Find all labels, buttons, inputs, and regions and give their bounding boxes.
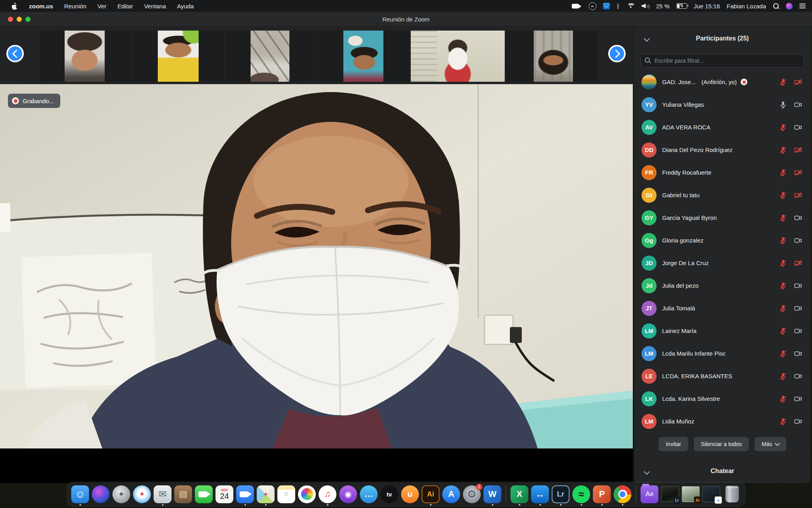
- volume-icon[interactable]: [642, 3, 649, 9]
- mic-icon: [779, 214, 787, 222]
- more-button[interactable]: Más: [755, 437, 786, 451]
- participant-row[interactable]: DD Diana Del Pezo Rodríguez: [634, 139, 810, 161]
- running-indicator: [519, 504, 520, 506]
- adobe-creative-cloud-icon[interactable]: ∞: [589, 2, 596, 10]
- participant-row[interactable]: Jd Julia del pezo: [634, 274, 810, 297]
- participant-row[interactable]: LK Lcda. Karina Silvestre: [634, 387, 810, 410]
- safari-icon[interactable]: ✦: [133, 485, 151, 503]
- excel-icon[interactable]: X: [511, 485, 529, 503]
- powerpoint-icon[interactable]: P: [593, 485, 611, 503]
- chat-section-header[interactable]: Chatear: [634, 459, 810, 483]
- apple-menu[interactable]: [6, 0, 23, 12]
- teamviewer-status-icon[interactable]: ↔: [603, 3, 610, 10]
- minimized-window-illustrator-icon[interactable]: Ai: [682, 485, 700, 503]
- bluetooth-icon[interactable]: ᛒ: [617, 3, 620, 10]
- participant-row[interactable]: YV Yuliana Villegas: [634, 93, 810, 116]
- calendar-icon[interactable]: SEP24: [216, 485, 234, 503]
- thumbnail-tile[interactable]: [506, 31, 598, 82]
- camera-icon: [794, 214, 802, 222]
- filter-input[interactable]: [641, 54, 804, 67]
- finder-icon[interactable]: ☺: [71, 485, 89, 503]
- menu-ayuda[interactable]: Ayuda: [172, 0, 199, 12]
- menu-ver[interactable]: Ver: [92, 0, 112, 12]
- avatar: FR: [642, 165, 657, 180]
- mute-all-button[interactable]: Silenciar a todos: [694, 437, 749, 451]
- thumbnail-tile[interactable]: [132, 31, 224, 82]
- app-store-icon[interactable]: A: [442, 485, 460, 503]
- participant-row[interactable]: JT Julia Tomalá: [634, 297, 810, 319]
- running-indicator: [492, 504, 493, 506]
- participant-row[interactable]: LM Lcda Marilu Infante Pisc: [634, 342, 810, 365]
- participant-row[interactable]: JD Jorge De La Cruz: [634, 252, 810, 274]
- participant-row[interactable]: GY García Yagual Byron: [634, 206, 810, 229]
- menu-editar[interactable]: Editar: [112, 0, 138, 12]
- notes-icon[interactable]: ≡: [278, 485, 295, 503]
- running-indicator: [601, 504, 603, 506]
- thumbnail-tile[interactable]: [225, 31, 317, 82]
- podcasts-icon[interactable]: ◉: [339, 485, 357, 503]
- spotlight-icon[interactable]: [773, 3, 779, 9]
- participant-row[interactable]: Gg Gloria gonzalez: [634, 229, 810, 252]
- notification-center-icon[interactable]: [799, 4, 806, 8]
- camera-icon: [794, 281, 802, 290]
- collapse-participants-icon[interactable]: [644, 36, 650, 42]
- battery-icon[interactable]: ↯: [676, 3, 687, 9]
- after-effects-folder-icon[interactable]: Ae: [641, 485, 659, 503]
- teamviewer-icon[interactable]: ↔: [531, 485, 549, 503]
- participant-row[interactable]: LE LCDA. ERIKA BASANTES: [634, 365, 810, 387]
- strip-next-button[interactable]: [608, 45, 626, 62]
- facetime-icon[interactable]: [195, 485, 213, 503]
- menubar-user-name[interactable]: Fabian Lozada: [727, 3, 766, 10]
- participant-row[interactable]: FR Freddy Rocafuerte: [634, 161, 810, 184]
- camera-icon: [794, 394, 802, 403]
- music-icon[interactable]: ♫: [319, 485, 337, 503]
- launchpad-icon[interactable]: ✦: [113, 485, 130, 503]
- siri-icon[interactable]: [786, 3, 793, 10]
- strip-prev-button[interactable]: [6, 45, 24, 62]
- photos-icon[interactable]: [298, 485, 316, 503]
- search-icon: [645, 58, 651, 64]
- lightroom-icon[interactable]: Lr: [552, 485, 570, 503]
- zoom-camera-status-icon[interactable]: [571, 3, 582, 9]
- system-preferences-icon[interactable]: ⚙1: [463, 485, 481, 503]
- menu-reunion[interactable]: Reunión: [59, 0, 92, 12]
- contacts-icon[interactable]: ▤: [174, 485, 192, 503]
- avatar: LE: [642, 369, 657, 384]
- menu-ventana[interactable]: Ventana: [138, 0, 171, 12]
- maps-icon[interactable]: ✦: [257, 485, 275, 503]
- apple-tv-icon[interactable]: tv: [381, 485, 398, 503]
- avatar: Gt: [642, 188, 657, 203]
- recording-badge-label: Grabando...: [23, 98, 54, 104]
- participant-video[interactable]: [65, 31, 105, 82]
- participant-row[interactable]: GAD. Jose... (Anfitrión, yo): [634, 71, 810, 93]
- participant-video[interactable]: [411, 31, 505, 82]
- minimized-window-chrome-icon[interactable]: ●: [703, 485, 720, 503]
- thumbnail-tile[interactable]: [40, 31, 132, 82]
- wifi-icon[interactable]: [627, 3, 635, 9]
- siri-icon[interactable]: [92, 485, 110, 503]
- menu-app-name[interactable]: zoom.us: [23, 0, 59, 12]
- thumbnail-tile[interactable]: [411, 31, 505, 82]
- participant-video[interactable]: [534, 31, 573, 82]
- thumbnail-tile[interactable]: [318, 31, 410, 82]
- invite-button[interactable]: Invitar: [659, 437, 688, 451]
- participant-row[interactable]: Gt Gabriel tu tatu: [634, 184, 810, 206]
- mail-icon[interactable]: ✉: [154, 485, 172, 503]
- spotify-icon[interactable]: ≈: [573, 485, 590, 503]
- books-icon[interactable]: ∪: [401, 485, 419, 503]
- chrome-icon[interactable]: [614, 485, 632, 503]
- menubar-clock[interactable]: Jue 15:16: [694, 3, 720, 10]
- participant-video[interactable]: [158, 31, 199, 82]
- participant-row[interactable]: AV ADA VERA ROCA: [634, 116, 810, 139]
- participant-video[interactable]: [343, 31, 383, 82]
- minimized-window-lightroom-icon[interactable]: Lr: [661, 485, 679, 503]
- participant-video[interactable]: [251, 31, 289, 82]
- trash-icon[interactable]: [723, 485, 741, 503]
- participant-row[interactable]: LM Lidia Muñoz: [634, 410, 810, 429]
- participant-row[interactable]: LM Lainez María: [634, 319, 810, 342]
- word-icon[interactable]: W: [484, 485, 502, 503]
- zoom-icon[interactable]: [236, 485, 254, 503]
- messages-icon[interactable]: …: [360, 485, 378, 503]
- illustrator-icon[interactable]: Ai: [422, 485, 440, 503]
- collapse-chat-icon[interactable]: [644, 469, 650, 475]
